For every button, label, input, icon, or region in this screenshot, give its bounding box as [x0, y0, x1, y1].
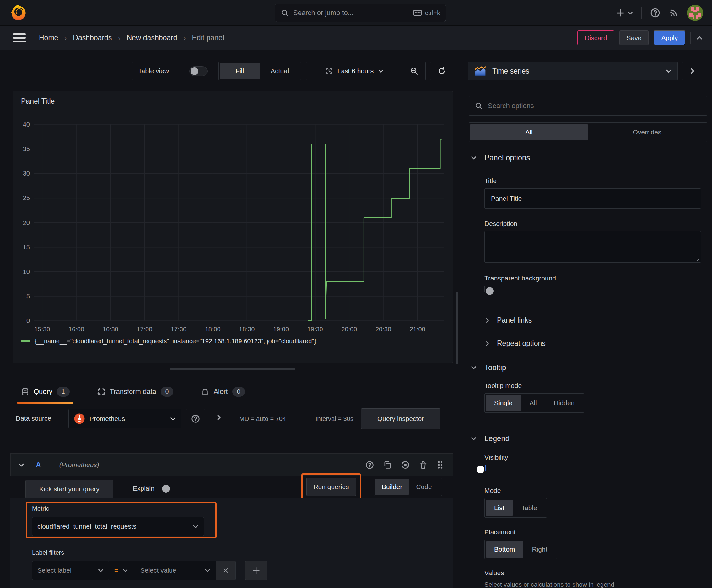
save-button[interactable]: Save [619, 30, 649, 45]
datasource-picker[interactable]: Prometheus [68, 409, 181, 428]
title-field-label: Title [484, 177, 497, 185]
select-value-dropdown[interactable]: Select value [135, 561, 216, 580]
tab-alert[interactable]: Alert 0 [197, 379, 249, 404]
explain-toggle[interactable] [161, 484, 161, 490]
breadcrumb-new-dashboard[interactable]: New dashboard [127, 34, 177, 42]
chevron-down-icon [192, 523, 199, 530]
svg-text:20:30: 20:30 [375, 326, 391, 333]
collapse-options-button[interactable] [682, 62, 702, 80]
table-view-label: Table view [138, 67, 169, 75]
repeat-options-section[interactable]: Repeat options [484, 339, 546, 348]
drag-handle-icon[interactable] [436, 460, 444, 469]
collapse-header-icon[interactable] [696, 34, 703, 42]
metric-select[interactable]: cloudflared_tunnel_total_requests [32, 517, 204, 536]
transparent-bg-label: Transparent background [484, 275, 556, 282]
chevron-right-icon [484, 341, 490, 346]
repeat-options-label: Repeat options [497, 339, 546, 348]
code-option[interactable]: Code [409, 479, 438, 495]
zoom-out-button[interactable] [403, 62, 425, 80]
tab-query[interactable]: Query 1 [17, 379, 73, 404]
legend-series-color [21, 340, 30, 342]
tab-overrides[interactable]: Overrides [588, 124, 706, 141]
delete-query-icon[interactable] [419, 460, 428, 469]
placement-label: Placement [484, 528, 516, 536]
visualization-picker[interactable]: Time series [468, 62, 678, 80]
operator-dropdown[interactable]: = [109, 561, 135, 580]
add-filter-button[interactable] [245, 561, 267, 580]
tooltip-mode-all[interactable]: All [521, 395, 545, 411]
kickstart-button[interactable]: Kick start your query [25, 480, 113, 498]
refresh-icon [437, 67, 446, 76]
visibility-label: Visibility [484, 454, 508, 461]
time-range-picker[interactable]: Last 6 hours [306, 62, 402, 80]
grafana-logo[interactable] [10, 4, 27, 22]
chevron-right-icon: › [118, 34, 120, 42]
transparent-bg-toggle[interactable] [484, 286, 485, 292]
global-search[interactable]: ctrl+k [275, 4, 446, 22]
apply-button[interactable]: Apply [654, 30, 685, 45]
query-help-icon[interactable] [365, 460, 374, 469]
panel-links-section[interactable]: Panel links [484, 316, 532, 324]
builder-option[interactable]: Builder [375, 479, 409, 495]
tooltip-mode-single[interactable]: Single [486, 395, 520, 411]
svg-text:21:00: 21:00 [410, 326, 425, 333]
new-menu-button[interactable] [616, 8, 633, 18]
svg-text:5: 5 [26, 293, 30, 300]
duplicate-query-icon[interactable] [383, 460, 392, 469]
breadcrumb-dashboards[interactable]: Dashboards [73, 34, 112, 42]
expand-stats-icon[interactable] [215, 414, 222, 421]
topbar-right [616, 0, 712, 26]
legend-section[interactable]: Legend [471, 434, 510, 443]
run-queries-button[interactable]: Run queries [306, 478, 356, 496]
help-icon[interactable] [650, 7, 661, 18]
actual-option[interactable]: Actual [260, 63, 300, 79]
description-textarea[interactable] [484, 231, 701, 262]
query-row-header[interactable]: A (Prometheus) [10, 453, 453, 477]
chart-legend[interactable]: {__name__="cloudflared_tunnel_total_requ… [21, 338, 316, 345]
title-input[interactable] [484, 188, 701, 209]
user-avatar[interactable] [687, 5, 703, 21]
horizontal-scrollbar[interactable] [170, 368, 295, 370]
table-view-toggle[interactable] [189, 66, 208, 76]
legend-series-label[interactable]: {__name__="cloudflared_tunnel_total_requ… [35, 338, 316, 345]
fill-option[interactable]: Fill [220, 63, 260, 79]
search-input[interactable] [293, 9, 409, 17]
breadcrumb: Home › Dashboards › New dashboard › Edit… [39, 34, 224, 42]
tab-all[interactable]: All [470, 124, 588, 141]
placement-bottom[interactable]: Bottom [486, 541, 523, 558]
collapse-query-icon[interactable] [18, 462, 24, 468]
legend-mode-list[interactable]: List [486, 500, 513, 516]
query-row-actions [365, 460, 444, 469]
operator-value: = [114, 567, 118, 574]
query-inspector-button[interactable]: Query inspector [361, 408, 440, 429]
tab-transform-label: Transform data [110, 387, 156, 396]
news-rss-icon[interactable] [669, 8, 679, 18]
tooltip-mode-hidden[interactable]: Hidden [546, 395, 583, 411]
panel-options-section[interactable]: Panel options [471, 153, 530, 162]
tooltip-section[interactable]: Tooltip [471, 363, 506, 372]
breadcrumb-home[interactable]: Home [39, 34, 58, 42]
panel-options-title: Panel options [484, 153, 530, 162]
menu-toggle-icon[interactable] [13, 33, 26, 42]
metric-label: Metric [32, 505, 49, 512]
chevron-right-icon [484, 318, 490, 323]
legend-mode-table[interactable]: Table [513, 500, 545, 516]
discard-button[interactable]: Discard [577, 30, 614, 45]
breadcrumb-current: Edit panel [192, 34, 224, 42]
preview-panel[interactable]: Panel Title 051015202530354015:3016:0016… [13, 91, 453, 363]
placement-right[interactable]: Right [524, 541, 556, 558]
timeseries-viz-icon [474, 65, 487, 77]
remove-filter-button[interactable] [216, 561, 236, 580]
options-search[interactable] [469, 96, 707, 115]
options-search-input[interactable] [488, 102, 701, 110]
select-label-dropdown[interactable]: Select label [32, 561, 109, 580]
disable-query-eye-icon[interactable] [401, 460, 410, 469]
vertical-scrollbar[interactable] [456, 292, 458, 364]
resize-handle-icon[interactable] [694, 256, 699, 261]
tab-transform[interactable]: Transform data 0 [93, 379, 177, 404]
time-series-chart[interactable]: 051015202530354015:3016:0016:3017:0017:3… [13, 91, 453, 363]
legend-visibility-toggle[interactable] [485, 465, 486, 470]
query-ref-id[interactable]: A [36, 461, 41, 469]
datasource-help-button[interactable] [186, 409, 205, 428]
refresh-button[interactable] [430, 62, 453, 80]
